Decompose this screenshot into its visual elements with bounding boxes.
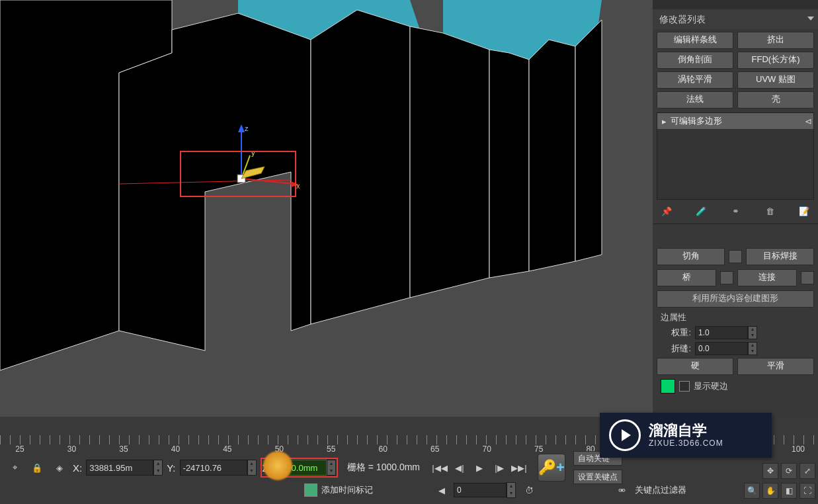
bottom-row-2: 添加时间标记 ◀ ▲▼ ⏱ ⚮ 关键点过滤器 (0, 480, 818, 500)
tag-cube-icon[interactable] (304, 483, 317, 497)
chevron-down-icon (807, 17, 814, 21)
chamfer-settings-button[interactable] (729, 250, 742, 263)
flask-icon[interactable]: 🧪 (694, 204, 708, 218)
svg-marker-9 (529, 40, 575, 271)
viewport-svg: z y x (0, 0, 653, 417)
display-hard-checkbox[interactable] (679, 381, 690, 392)
y-coord-field[interactable]: ▲▼ (180, 460, 257, 476)
tick-label: 75 (534, 444, 543, 454)
pin-icon[interactable]: 📌 (659, 204, 674, 218)
edge-props-header: 边属性 (661, 312, 814, 323)
connect-button[interactable]: 连接 (737, 269, 797, 286)
time-config-icon[interactable]: ⏱ (520, 481, 538, 499)
goto-start-button[interactable]: |◀◀ (432, 460, 448, 476)
nav-icons-row2: 🔍 ✋ ◧ ⛶ (744, 483, 815, 499)
selection-bracket-icon[interactable]: ⌖ (5, 458, 24, 477)
x-coord-field[interactable]: ▲▼ (86, 460, 163, 476)
weight-input[interactable] (695, 326, 748, 339)
frame-field[interactable]: ▲▼ (454, 482, 516, 498)
stack-toolbar: 📌 🧪 ⚭ 🗑 📝 (653, 200, 818, 222)
svg-marker-6 (311, 10, 410, 324)
next-frame-button[interactable]: |▶ (491, 460, 507, 476)
key-filter-link-icon[interactable]: ⚮ (612, 481, 631, 499)
annotation-glow (263, 451, 292, 480)
brand-url: ZIXUE.3D66.COM (649, 439, 723, 448)
expand-arrow-icon[interactable]: ▸ (657, 116, 671, 126)
command-panel: 修改器列表 编辑样条线 挤出 倒角剖面 FFD(长方体) 涡轮平滑 UVW 贴图… (653, 0, 818, 417)
chamfer-button[interactable]: 切角 (657, 248, 725, 265)
modifier-ffd-box[interactable]: FFD(长方体) (737, 52, 814, 69)
svg-marker-7 (410, 26, 489, 298)
modifier-list-label: 修改器列表 (659, 14, 706, 24)
lock-icon[interactable]: 🔒 (28, 458, 46, 477)
link-icon[interactable]: ⚭ (728, 204, 743, 218)
modifier-chamfer-profile[interactable]: 倒角剖面 (657, 52, 733, 69)
y-coord-input[interactable] (180, 460, 247, 476)
nav-zoom-icon[interactable]: 🔍 (744, 483, 760, 499)
key-filters-label[interactable]: 关键点过滤器 (635, 484, 686, 496)
prev-frame-button[interactable]: ◀| (452, 460, 468, 476)
connect-settings-button[interactable] (801, 271, 814, 284)
configure-icon[interactable]: 📝 (797, 204, 811, 218)
nav-maximize-icon[interactable]: ⛶ (799, 483, 815, 499)
set-key-big-button[interactable]: 🔑+ (538, 454, 565, 482)
hard-button[interactable]: 硬 (657, 358, 733, 375)
nav-hand-icon[interactable]: ✋ (762, 483, 778, 499)
x-label: X: (73, 462, 82, 474)
key-mode-prev-icon[interactable]: ◀ (434, 482, 450, 498)
bridge-settings-button[interactable] (720, 271, 733, 284)
brand-watermark: 溜溜自学 ZIXUE.3D66.COM (600, 413, 772, 458)
goto-end-button[interactable]: ▶▶| (511, 460, 527, 476)
stack-end-icon: ⊲ (803, 116, 813, 126)
x-coord-input[interactable] (86, 460, 153, 476)
modifier-list-dropdown[interactable]: 修改器列表 (653, 9, 818, 29)
smooth-button[interactable]: 平滑 (737, 358, 814, 375)
stack-item-editable-poly[interactable]: ▸ 可编辑多边形 ⊲ (657, 113, 813, 129)
tick-label: 45 (223, 444, 231, 454)
trash-icon[interactable]: 🗑 (762, 204, 777, 218)
tick-label: 40 (171, 444, 180, 454)
weight-spinner[interactable]: ▲▼ (695, 326, 757, 339)
modifier-uvw-map[interactable]: UVW 贴图 (737, 71, 814, 89)
modifier-stack[interactable]: ▸ 可编辑多边形 ⊲ (657, 112, 814, 200)
display-hard-label: 显示硬边 (694, 380, 728, 392)
svg-marker-8 (489, 50, 529, 278)
target-weld-button[interactable]: 目标焊接 (746, 248, 814, 265)
tick-label: 100 (792, 444, 805, 454)
add-time-tag-label[interactable]: 添加时间标记 (321, 484, 373, 496)
y-label: Y: (167, 462, 175, 474)
grid-size-text: 栅格 = 1000.0mm (347, 462, 420, 474)
modifier-turbosmooth[interactable]: 涡轮平滑 (657, 71, 733, 89)
brand-title: 溜溜自学 (649, 423, 723, 439)
play-button[interactable]: ▶ (471, 460, 487, 476)
tick-label: 65 (430, 444, 439, 454)
frame-input[interactable] (454, 483, 507, 497)
crease-spinner[interactable]: ▲▼ (695, 342, 757, 355)
tick-label: 70 (483, 444, 491, 454)
brand-play-icon (609, 419, 641, 451)
nav-orbit-icon[interactable]: ⟳ (781, 463, 797, 479)
viewport-3d[interactable]: z y x (0, 0, 653, 417)
hard-edge-color-swatch[interactable] (661, 379, 675, 394)
weight-label: 权重: (665, 327, 691, 339)
svg-text:z: z (245, 124, 249, 132)
nav-zoom-extents-icon[interactable]: ⤢ (799, 463, 815, 479)
bridge-button[interactable]: 桥 (657, 269, 716, 286)
modifier-extrude[interactable]: 挤出 (737, 32, 814, 49)
modifier-shell[interactable]: 壳 (737, 91, 814, 108)
annotation-gizmo-highlight (180, 151, 296, 197)
svg-text:x: x (296, 182, 300, 190)
edit-edges-panel: 切角 目标焊接 桥 连接 利用所选内容创建图形 边属性 权重: ▲▼ 折缝: ▲… (653, 244, 818, 398)
tick-label: 25 (15, 444, 24, 454)
modifier-edit-spline[interactable]: 编辑样条线 (657, 32, 733, 49)
nav-fov-icon[interactable]: ◧ (781, 483, 797, 499)
nav-pan-icon[interactable]: ✥ (762, 463, 778, 479)
tick-label: 55 (327, 444, 335, 454)
modifier-normal[interactable]: 法线 (657, 91, 733, 108)
create-shape-button[interactable]: 利用所选内容创建图形 (657, 290, 814, 308)
crease-input[interactable] (695, 342, 748, 355)
transport-bar: ⌖ 🔒 ◈ X: ▲▼ Y: ▲▼ Z: ▲▼ 栅格 = 1000.0mm |◀… (0, 455, 818, 480)
nav-icons-row1: ✥ ⟳ ⤢ (762, 463, 815, 479)
stack-item-label: 可编辑多边形 (671, 115, 803, 127)
selection-center-icon[interactable]: ◈ (50, 458, 69, 477)
